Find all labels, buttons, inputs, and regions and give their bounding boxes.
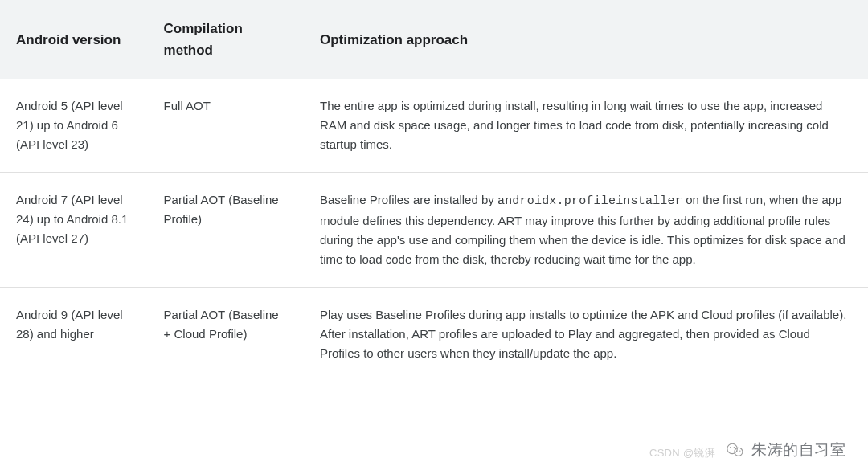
approach-text: Play uses Baseline Profiles during app i… (320, 308, 846, 360)
approach-text-pre: Baseline Profiles are installed by (320, 193, 497, 206)
table-header-row: Android version Compilation method Optim… (0, 0, 868, 79)
cell-android-version: Android 7 (API level 24) up to Android 8… (0, 173, 148, 288)
wechat-watermark: 朱涛的自习室 (724, 438, 845, 462)
svg-point-2 (730, 447, 731, 448)
approach-text: The entire app is optimized during insta… (320, 99, 829, 151)
cell-optimization-approach: Baseline Profiles are installed by andro… (304, 173, 868, 288)
wechat-watermark-text: 朱涛的自习室 (751, 438, 845, 462)
table-row: Android 9 (API level 28) and higher Part… (0, 288, 868, 382)
cell-compilation-method: Partial AOT (Baseline Profile) (148, 173, 304, 288)
cell-compilation-method: Full AOT (148, 79, 304, 173)
svg-point-4 (736, 450, 737, 451)
cell-android-version: Android 5 (API level 21) up to Android 6… (0, 79, 148, 173)
compilation-table: Android version Compilation method Optim… (0, 0, 868, 381)
table-row: Android 7 (API level 24) up to Android 8… (0, 173, 868, 288)
csdn-watermark: CSDN @锐湃 (649, 445, 715, 462)
cell-android-version: Android 9 (API level 28) and higher (0, 288, 148, 382)
cell-compilation-method: Partial AOT (Baseline + Cloud Profile) (148, 288, 304, 382)
header-optimization-approach: Optimization approach (304, 0, 868, 79)
approach-code: androidx.profileinstaller (497, 194, 682, 208)
header-compilation-method: Compilation method (148, 0, 304, 79)
wechat-icon (724, 439, 747, 461)
cell-optimization-approach: The entire app is optimized during insta… (304, 79, 868, 173)
header-android-version: Android version (0, 0, 148, 79)
cell-optimization-approach: Play uses Baseline Profiles during app i… (304, 288, 868, 382)
table-row: Android 5 (API level 21) up to Android 6… (0, 79, 868, 173)
svg-point-3 (734, 447, 735, 448)
svg-point-5 (739, 450, 740, 451)
